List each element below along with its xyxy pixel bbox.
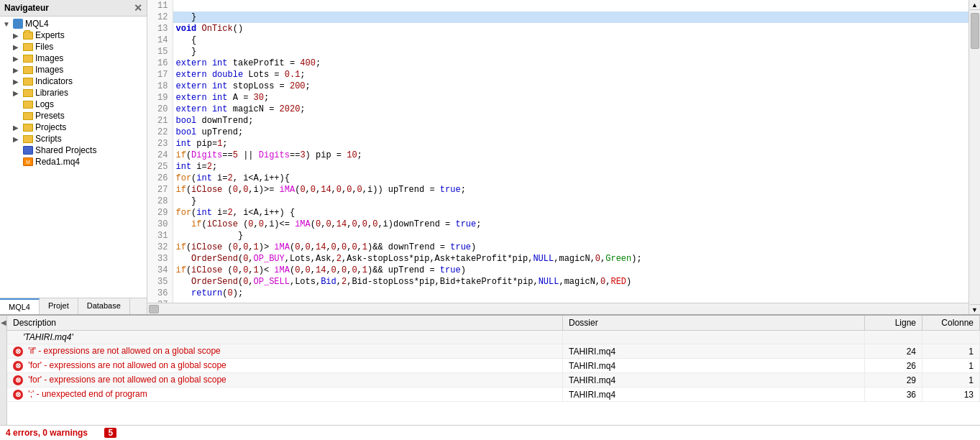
- nav-item-mql4[interactable]: ▼ MQL4: [0, 18, 147, 29]
- table-row: 11: [147, 0, 968, 12]
- nav-tab-database[interactable]: Database: [78, 298, 130, 314]
- line-code: }: [173, 12, 968, 23]
- nav-label-mql4: MQL4: [25, 19, 49, 29]
- nav-item-include[interactable]: ▶ Images: [0, 64, 147, 75]
- table-row: 12 }: [147, 12, 968, 23]
- line-num: 17: [147, 69, 173, 81]
- table-row: 20 extern int magicN = 2020;: [147, 104, 968, 115]
- error-dossier-3: TAHIRI.mq4: [563, 373, 865, 388]
- expander-libraries: ▶: [13, 89, 23, 97]
- error-ligne-4: 36: [865, 388, 922, 402]
- expander-scripts: ▶: [13, 135, 23, 143]
- code-content[interactable]: 11 12 } 13 void OnTick() 14 {: [147, 0, 968, 303]
- table-row: 18 extern int stopLoss = 200;: [147, 81, 968, 92]
- table-row: 34 if(iClose (0,0,1)< iMA(0,0,14,0,0,0,1…: [147, 265, 968, 276]
- scroll-up-button[interactable]: ▲: [970, 0, 980, 10]
- error-total-badge: 5: [104, 428, 116, 438]
- vertical-scrollbar[interactable]: ▲ ▼: [968, 0, 980, 314]
- error-ligne-3: 29: [865, 373, 922, 388]
- error-table: Description Dossier Ligne Colonne: [7, 316, 980, 402]
- table-row: 35 OrderSend(0,OP_SELL,Lots,Bid,2,Bid-st…: [147, 276, 968, 288]
- nav-item-shared-projects[interactable]: Shared Projects: [0, 145, 147, 156]
- nav-item-scripts[interactable]: ▶ Scripts: [0, 133, 147, 145]
- col-header-ligne: Ligne: [865, 316, 922, 331]
- error-ligne-val-1: 24: [907, 347, 916, 357]
- line-code: return(0);: [173, 288, 968, 299]
- nav-label-presets: Presets: [35, 111, 65, 121]
- line-num: 20: [147, 104, 173, 115]
- table-row: 23 int pip=1;: [147, 138, 968, 150]
- error-dossier-val-1: TAHIRI.mq4: [569, 347, 615, 357]
- error-desc-header: 'TAHIRI.mq4': [7, 331, 563, 344]
- line-code: [173, 0, 968, 12]
- error-colonne-2: 1: [922, 359, 980, 373]
- nav-item-presets[interactable]: Presets: [0, 110, 147, 122]
- table-row: 14 {: [147, 35, 968, 46]
- line-num: 13: [147, 23, 173, 35]
- nav-item-indicators[interactable]: ▶ Indicators: [0, 75, 147, 87]
- nav-item-projects[interactable]: ▶ Projects: [0, 122, 147, 133]
- error-dossier-2: TAHIRI.mq4: [563, 359, 865, 373]
- panel-collapse-button[interactable]: ◀: [0, 316, 7, 425]
- navigator-close-button[interactable]: ✕: [134, 2, 142, 14]
- table-row: 16 extern int takeProfit = 400;: [147, 58, 968, 69]
- line-num: 36: [147, 288, 173, 299]
- nav-item-experts[interactable]: ▶ Experts: [0, 29, 147, 41]
- line-num: 33: [147, 253, 173, 265]
- col-dossier-label: Dossier: [569, 318, 598, 328]
- table-row: 15 }: [147, 46, 968, 58]
- line-num: 21: [147, 115, 173, 127]
- table-row: 19 extern int A = 30;: [147, 92, 968, 104]
- nav-label-scripts: Scripts: [35, 134, 62, 144]
- line-num: 19: [147, 92, 173, 104]
- nav-item-reda-file[interactable]: M Reda1.mq4: [0, 156, 147, 168]
- table-row: 21 bool downTrend;: [147, 115, 968, 127]
- error-text-1: 'if' - expressions are not allowed on a …: [28, 346, 220, 356]
- col-header-colonne: Colonne: [922, 316, 980, 331]
- col-colonne-label: Colonne: [941, 318, 974, 328]
- error-icon-3: ⊗: [13, 375, 23, 385]
- error-dossier-val-4: TAHIRI.mq4: [569, 390, 615, 400]
- nav-item-libraries[interactable]: ▶ Libraries: [0, 87, 147, 98]
- line-num: 28: [147, 196, 173, 207]
- nav-item-files[interactable]: ▶ Files: [0, 41, 147, 52]
- hscroll-thumb[interactable]: [149, 305, 159, 313]
- table-row: 31 }: [147, 230, 968, 242]
- line-num: 31: [147, 230, 173, 242]
- error-row-2: ⊗ 'for' - expressions are not allowed on…: [7, 359, 980, 373]
- nav-item-images[interactable]: ▶ Images: [0, 52, 147, 64]
- error-badge: 5: [104, 428, 116, 438]
- error-ligne-header: [865, 331, 922, 344]
- nav-tab-projet[interactable]: Projet: [40, 298, 78, 314]
- table-row: 25 int i=2;: [147, 161, 968, 173]
- line-num: 18: [147, 81, 173, 92]
- vscroll-thumb[interactable]: [971, 13, 979, 49]
- nav-tab-mql4[interactable]: MQL4: [0, 298, 40, 314]
- nav-item-logs[interactable]: Logs: [0, 98, 147, 110]
- line-code: extern int A = 30;: [173, 92, 968, 104]
- line-code: int i=2;: [173, 161, 968, 173]
- line-code: }: [173, 230, 968, 242]
- error-colonne-val-4: 13: [964, 390, 974, 400]
- error-desc-1: ⊗ 'if' - expressions are not allowed on …: [7, 344, 563, 359]
- error-row-file-header: 'TAHIRI.mq4': [7, 331, 980, 344]
- col-header-dossier: Dossier: [563, 316, 865, 331]
- horizontal-scrollbar[interactable]: [147, 303, 968, 314]
- error-colonne-header: [922, 331, 980, 344]
- scroll-down-button[interactable]: ▼: [970, 304, 980, 314]
- expander-indicators: ▶: [13, 78, 23, 86]
- navigator-panel: Navigateur ✕ ▼ MQL4 ▶ Experts ▶ Files: [0, 0, 147, 314]
- expander-include: ▶: [13, 66, 23, 74]
- error-ligne-val-2: 26: [907, 361, 916, 371]
- nav-label-experts: Experts: [35, 30, 65, 40]
- nav-label-reda: Reda1.mq4: [35, 157, 80, 167]
- error-icon-1: ⊗: [13, 347, 23, 357]
- expander-mql4: ▼: [3, 20, 13, 28]
- error-text-2: 'for' - expressions are not allowed on a…: [28, 360, 226, 370]
- nav-label-indicators: Indicators: [35, 76, 73, 86]
- table-row: 32 if(iClose (0,0,1)> iMA(0,0,14,0,0,0,1…: [147, 242, 968, 253]
- code-table: 11 12 } 13 void OnTick() 14 {: [147, 0, 968, 303]
- error-dossier-4: TAHIRI.mq4: [563, 388, 865, 402]
- error-colonne-1: 1: [922, 344, 980, 359]
- navigator-title: Navigateur: [4, 3, 49, 13]
